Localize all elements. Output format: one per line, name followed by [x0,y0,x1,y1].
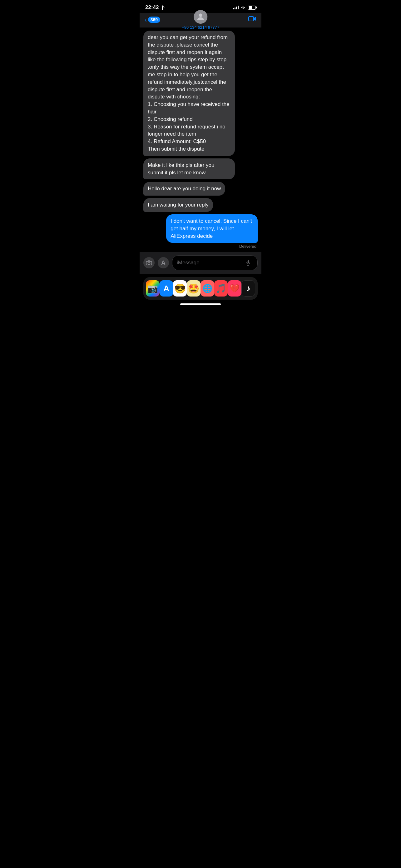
appstore-input-button[interactable]: A [158,257,169,269]
dock-search-icon[interactable]: 🌐 [201,280,214,297]
dock-memoji2-icon[interactable]: 🤩 [187,280,201,297]
chevron-right-icon: › [218,25,219,29]
dock-memoji1-icon[interactable]: 😎 [173,280,187,297]
message-bubble-1: dear you can get your refund from the di… [143,31,235,156]
signal-bars [233,6,239,9]
status-icons [233,5,256,10]
dock-tiktok-icon[interactable]: ♪ [241,280,255,297]
contact-info[interactable]: +86 134 6214 9777 › [182,10,219,30]
dock-photos-icon[interactable]: 📷 [146,280,160,297]
delivered-label: Delivered [143,244,258,249]
battery-icon [248,6,256,10]
message-bubble-3: Hello dear are you doing it now [143,182,225,195]
dock-appstore-icon[interactable]: A [160,280,173,297]
audio-button[interactable] [244,258,253,268]
avatar [194,10,207,24]
message-text-2: Make it like this pls after you submit i… [148,162,214,176]
wifi-icon [241,5,246,10]
input-bar: A iMessage [140,252,261,274]
back-button[interactable]: ‹ 369 [144,17,160,23]
message-text-3: Hello dear are you doing it now [148,186,221,191]
home-bar [180,303,221,305]
messages-area: dear you can get your refund from the di… [140,28,261,252]
message-input[interactable]: iMessage [172,255,258,270]
dock-area: 📷 A 😎 🤩 🌐 🎵 💔 ♪ [140,274,261,301]
dock-heart-icon[interactable]: 💔 [228,280,241,297]
camera-button[interactable] [143,257,155,269]
back-chevron-icon: ‹ [144,17,147,23]
person-icon [196,12,205,22]
svg-point-0 [199,13,202,17]
back-badge: 369 [148,17,160,23]
svg-rect-1 [248,17,254,21]
video-call-button[interactable] [248,16,257,24]
message-text-1: dear you can get your refund from the di… [148,34,230,152]
svg-point-3 [148,262,150,265]
message-bubble-2: Make it like this pls after you submit i… [143,158,235,180]
message-bubble-4: I am waiting for your reply [143,198,213,212]
dock-music-icon[interactable]: 🎵 [214,280,228,297]
message-bubble-5: I don't want to cancel. Since I can't ge… [166,214,258,243]
location-icon [160,5,165,10]
time-label: 22:42 [145,4,159,11]
phone-number: +86 134 6214 9777 [182,25,217,30]
message-placeholder: iMessage [177,260,200,266]
home-indicator [140,301,261,308]
message-text-4: I am waiting for your reply [148,202,209,208]
message-text-5: I don't want to cancel. Since I can't ge… [170,218,252,239]
contact-number: +86 134 6214 9777 › [182,25,219,30]
dock: 📷 A 😎 🤩 🌐 🎵 💔 ♪ [143,277,258,300]
status-time: 22:42 [145,4,165,11]
svg-rect-4 [248,260,249,264]
nav-bar: ‹ 369 +86 134 6214 9777 › [140,13,261,28]
